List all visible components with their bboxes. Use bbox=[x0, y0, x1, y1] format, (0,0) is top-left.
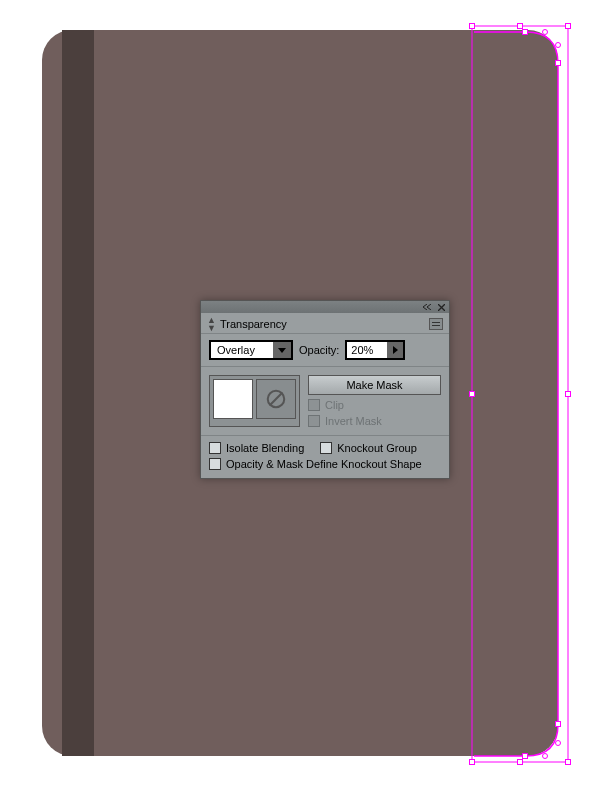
blend-mode-dropdown[interactable]: Overlay bbox=[209, 340, 293, 360]
mask-preview-swatch[interactable] bbox=[256, 379, 296, 419]
panel-title: Transparency bbox=[220, 318, 287, 330]
panel-row-knockout: Isolate Blending Knockout Group bbox=[201, 436, 449, 456]
object-preview-swatch[interactable] bbox=[213, 379, 253, 419]
knockout-group-checkbox[interactable]: Knockout Group bbox=[320, 442, 417, 454]
knockout-group-label: Knockout Group bbox=[337, 442, 417, 454]
make-mask-label: Make Mask bbox=[346, 379, 402, 391]
close-icon[interactable] bbox=[436, 303, 446, 311]
isolate-blending-label: Isolate Blending bbox=[226, 442, 304, 454]
transparency-panel: ▲▼ Transparency Overlay Opacity: bbox=[200, 300, 450, 479]
opacity-field[interactable] bbox=[345, 340, 405, 360]
chevron-down-icon bbox=[273, 342, 291, 358]
collapse-icon[interactable] bbox=[422, 303, 432, 311]
panel-headerbar bbox=[201, 301, 449, 313]
invert-mask-label: Invert Mask bbox=[325, 415, 382, 427]
clip-checkbox: Clip bbox=[308, 399, 441, 411]
clip-label: Clip bbox=[325, 399, 344, 411]
make-mask-button[interactable]: Make Mask bbox=[308, 375, 441, 395]
panel-cycle-icon[interactable]: ▲▼ bbox=[207, 316, 216, 332]
opacity-mask-define-checkbox[interactable]: Opacity & Mask Define Knockout Shape bbox=[209, 458, 441, 470]
opacity-label: Opacity: bbox=[299, 344, 339, 356]
panel-row-blend: Overlay Opacity: bbox=[201, 334, 449, 367]
opacity-input[interactable] bbox=[347, 342, 387, 358]
opacity-mask-define-label: Opacity & Mask Define Knockout Shape bbox=[226, 458, 422, 470]
no-mask-icon bbox=[265, 388, 287, 410]
panel-row-opacitymask: Opacity & Mask Define Knockout Shape bbox=[201, 456, 449, 478]
blend-mode-value: Overlay bbox=[211, 344, 273, 356]
panel-menu-icon[interactable] bbox=[429, 318, 443, 330]
panel-tab: ▲▼ Transparency bbox=[201, 313, 449, 334]
invert-mask-checkbox: Invert Mask bbox=[308, 415, 441, 427]
preview-swatches bbox=[209, 375, 300, 427]
svg-line-2 bbox=[270, 393, 283, 406]
chevron-right-icon bbox=[387, 342, 403, 358]
panel-row-mask: Make Mask Clip Invert Mask bbox=[201, 367, 449, 436]
book-spine bbox=[62, 30, 94, 756]
isolate-blending-checkbox[interactable]: Isolate Blending bbox=[209, 442, 304, 454]
